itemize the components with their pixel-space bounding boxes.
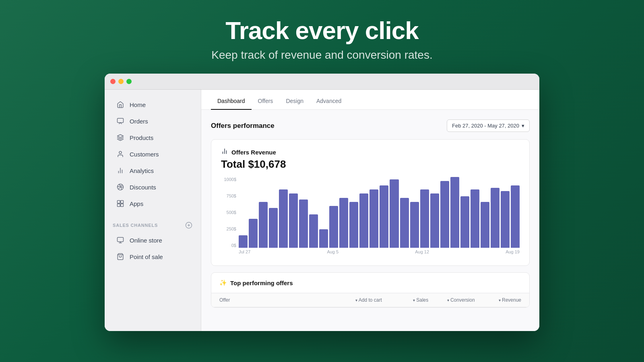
point-of-sale-icon bbox=[116, 252, 125, 261]
chart-bar bbox=[440, 181, 449, 248]
sidebar-label-home: Home bbox=[130, 101, 146, 108]
svg-rect-7 bbox=[118, 201, 120, 204]
svg-rect-10 bbox=[121, 204, 124, 207]
x-label-aug5: Aug 5 bbox=[327, 249, 339, 257]
chart-bar bbox=[481, 202, 489, 248]
chart-bar bbox=[430, 193, 439, 248]
orders-icon bbox=[116, 117, 125, 125]
sidebar-item-point-of-sale[interactable]: Point of sale bbox=[108, 249, 198, 265]
sidebar-item-discounts[interactable]: Discounts bbox=[108, 179, 198, 195]
chart-bar bbox=[319, 229, 328, 248]
tab-advanced[interactable]: Advanced bbox=[310, 93, 348, 110]
sidebar-item-analytics[interactable]: Analytics bbox=[108, 162, 198, 179]
tab-design[interactable]: Design bbox=[279, 93, 310, 110]
y-label-1000: 1000$ bbox=[224, 177, 236, 182]
add-sales-channel-button[interactable] bbox=[185, 221, 193, 229]
chart-bar bbox=[491, 188, 500, 248]
chart-container: 1000$ 750$ 500$ 250$ 0$ Jul 27 Aug 5 bbox=[221, 177, 520, 257]
discounts-icon bbox=[116, 183, 125, 191]
window-body: Home Orders Products Customers bbox=[105, 90, 539, 331]
chart-card: Offers Revenue Total $10,678 1000$ 750$ … bbox=[211, 139, 530, 266]
home-icon bbox=[116, 100, 125, 109]
col-add-to-cart[interactable]: ▾ Add to cart bbox=[335, 297, 382, 303]
page-title: Track every click bbox=[211, 16, 432, 45]
sidebar-item-home[interactable]: Home bbox=[108, 97, 198, 113]
table-icon: ✨ bbox=[219, 279, 227, 286]
y-label-500: 500$ bbox=[227, 210, 236, 215]
svg-marker-1 bbox=[118, 135, 124, 138]
date-range-label: Feb 27, 2020 - May 27, 2020 bbox=[452, 123, 519, 129]
chart-bar bbox=[309, 214, 318, 248]
chart-bar bbox=[239, 235, 248, 248]
date-range-picker[interactable]: Feb 27, 2020 - May 27, 2020 ▾ bbox=[447, 119, 530, 132]
chart-card-header: Offers Revenue bbox=[221, 148, 520, 156]
table-title: Top performing offers bbox=[230, 280, 293, 286]
chart-bar bbox=[289, 193, 298, 248]
col-conversion[interactable]: ▾ Conversion bbox=[428, 297, 475, 303]
chart-bar bbox=[249, 219, 258, 248]
close-button[interactable] bbox=[110, 79, 116, 84]
chart-bar bbox=[269, 208, 278, 248]
chart-title: Offers Revenue bbox=[231, 149, 276, 156]
sidebar-item-customers[interactable]: Customers bbox=[108, 146, 198, 162]
tab-offers[interactable]: Offers bbox=[252, 93, 280, 110]
sidebar-label-analytics: Analytics bbox=[130, 167, 154, 174]
sales-channels-section: SALES CHANNELS bbox=[105, 215, 201, 232]
x-label-aug19: Aug 19 bbox=[506, 249, 520, 257]
page-subtitle: Keep track of revenue and conversion rat… bbox=[211, 49, 432, 62]
section-header: Offers performance Feb 27, 2020 - May 27… bbox=[211, 119, 530, 132]
chart-bar bbox=[259, 202, 268, 248]
chart-y-labels: 1000$ 750$ 500$ 250$ 0$ bbox=[221, 177, 239, 248]
col-revenue[interactable]: ▾ Revenue bbox=[475, 297, 521, 303]
chart-bar bbox=[359, 193, 368, 248]
x-label-jul27: Jul 27 bbox=[239, 249, 250, 257]
y-label-750: 750$ bbox=[227, 193, 236, 198]
chart-bar bbox=[380, 185, 388, 248]
sidebar-label-orders: Orders bbox=[130, 118, 148, 125]
sidebar-item-orders[interactable]: Orders bbox=[108, 113, 198, 129]
chart-bar bbox=[450, 177, 459, 248]
sidebar-item-online-store[interactable]: Online store bbox=[108, 232, 198, 248]
sidebar-label-products: Products bbox=[130, 134, 153, 141]
chart-bar bbox=[460, 196, 469, 248]
app-window: Home Orders Products Customers bbox=[105, 74, 539, 331]
y-label-250: 250$ bbox=[227, 226, 236, 231]
tabs-bar: Dashboard Offers Design Advanced bbox=[201, 90, 539, 110]
minimize-button[interactable] bbox=[118, 79, 124, 84]
chart-bar bbox=[390, 179, 398, 248]
svg-rect-9 bbox=[118, 204, 120, 207]
chart-bar bbox=[339, 198, 348, 248]
chart-bar bbox=[410, 202, 419, 248]
products-icon bbox=[116, 133, 125, 142]
chart-bar bbox=[511, 185, 520, 248]
chart-bar bbox=[279, 189, 288, 248]
table-card-header: ✨ Top performing offers bbox=[211, 273, 529, 293]
chart-bar bbox=[400, 198, 409, 248]
apps-icon bbox=[116, 199, 125, 208]
svg-rect-0 bbox=[118, 118, 124, 123]
chart-x-labels: Jul 27 Aug 5 Aug 12 Aug 19 bbox=[239, 249, 520, 257]
chart-bar bbox=[349, 202, 358, 248]
sidebar-label-online-store: Online store bbox=[130, 237, 162, 244]
online-store-icon bbox=[116, 236, 125, 245]
window-titlebar bbox=[105, 74, 539, 90]
analytics-icon bbox=[116, 166, 125, 175]
chart-bar bbox=[501, 191, 510, 248]
sidebar-label-discounts: Discounts bbox=[130, 184, 156, 191]
sidebar-item-products[interactable]: Products bbox=[108, 130, 198, 146]
sales-channels-title: SALES CHANNELS bbox=[113, 223, 158, 228]
maximize-button[interactable] bbox=[126, 79, 132, 84]
table-card: ✨ Top performing offers Offer ▾ Add to c… bbox=[211, 272, 530, 308]
sidebar-item-apps[interactable]: Apps bbox=[108, 195, 198, 212]
chart-card-icon bbox=[221, 148, 228, 156]
sidebar-label-apps: Apps bbox=[130, 200, 143, 207]
chart-bar bbox=[369, 189, 378, 248]
chart-bar bbox=[420, 189, 429, 248]
col-offer[interactable]: Offer bbox=[219, 297, 335, 303]
col-sales[interactable]: ▾ Sales bbox=[382, 297, 428, 303]
tab-dashboard[interactable]: Dashboard bbox=[211, 93, 252, 110]
svg-rect-14 bbox=[118, 237, 124, 242]
main-content: Dashboard Offers Design Advanced Offers … bbox=[201, 90, 539, 331]
chart-bar bbox=[329, 206, 338, 248]
content-area: Offers performance Feb 27, 2020 - May 27… bbox=[201, 110, 539, 317]
